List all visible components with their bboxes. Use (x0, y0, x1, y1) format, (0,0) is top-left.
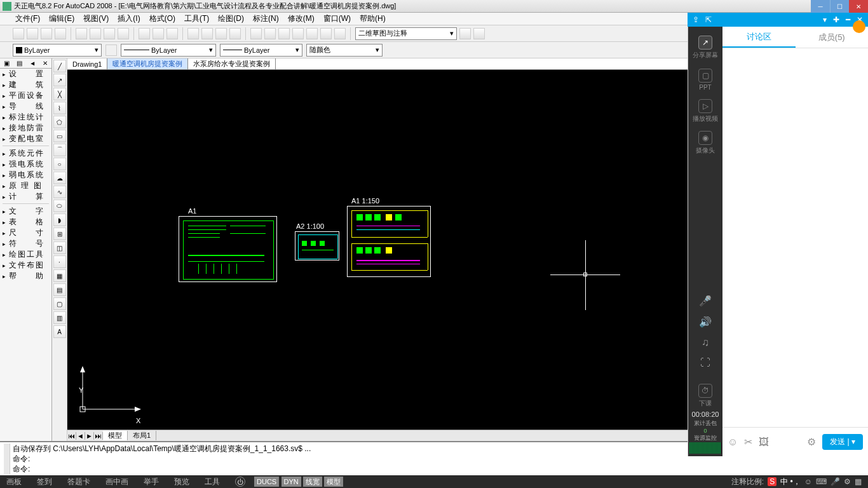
linetype-combo[interactable]: ByLayer▾ (121, 44, 216, 57)
collapse-icon[interactable]: ◄ (29, 60, 36, 67)
redo-icon[interactable] (153, 28, 164, 39)
image-icon[interactable]: 🖼 (759, 437, 769, 448)
copy-icon[interactable] (90, 28, 101, 39)
share-screen-button[interactable]: ↗分享屏幕 (693, 34, 718, 61)
sidebar-item[interactable]: ▸导 线 (0, 101, 51, 112)
sidebar-item[interactable]: ▸表 格 (0, 217, 51, 227)
sidebar-item[interactable]: ▸接地防雷 (0, 123, 51, 133)
gear-icon[interactable]: ⚙ (807, 436, 816, 448)
menu-window[interactable]: 窗口(W) (323, 13, 351, 24)
menu-view[interactable]: 视图(V) (83, 13, 109, 24)
fullscreen-icon[interactable]: ⛶ (700, 357, 710, 369)
send-button[interactable]: 发送 | ▾ (822, 434, 863, 450)
sidebar-item[interactable]: ▸绘图工具 (0, 249, 51, 260)
arc-icon[interactable]: ⌒ (53, 144, 66, 156)
sheetset-icon[interactable] (292, 28, 304, 39)
lineweight-combo[interactable]: ByLayer▾ (220, 44, 302, 57)
menu-icon[interactable]: ▤ (17, 60, 22, 67)
model-toggle[interactable]: 模型 (324, 477, 343, 487)
new-icon[interactable] (13, 28, 24, 39)
polygon-icon[interactable]: ⬠ (53, 116, 66, 128)
ime-icon[interactable]: S (768, 477, 776, 486)
ray-icon[interactable]: ↗ (53, 74, 66, 86)
markup-icon[interactable] (306, 28, 318, 39)
designctr-icon[interactable] (264, 28, 276, 39)
sidebar-item[interactable]: ▸尺 寸 (0, 227, 51, 238)
inner-close-button[interactable]: ✕ (849, 0, 868, 13)
sidebar-item[interactable]: ▸文件布图 (0, 260, 51, 271)
tray-smiley-icon[interactable]: ☺ (804, 477, 812, 486)
file-tab-drawing1[interactable]: Drawing1 (67, 58, 107, 69)
tab-prev-icon[interactable]: ◄ (76, 432, 85, 440)
file-tab-hvac[interactable]: 暖通空调机房提资案例 (107, 58, 188, 69)
end-class-button[interactable]: ⏱下课 (693, 383, 718, 409)
insert-icon[interactable]: ⊞ (53, 227, 66, 240)
workspace-combo[interactable]: 二维草图与注释▾ (355, 27, 457, 40)
layout-tab-layout1[interactable]: 布局1 (128, 431, 156, 440)
match-icon[interactable] (118, 28, 129, 39)
tab-last-icon[interactable]: ⏭ (94, 432, 103, 440)
circle-icon[interactable]: ○ (53, 158, 66, 170)
ppt-button[interactable]: ▢PPT (693, 66, 718, 93)
sidebar-item[interactable]: ▸弱电系统 (0, 170, 51, 180)
power-icon[interactable]: ⏻ (235, 477, 245, 487)
plotstyle-combo[interactable]: 随颜色▾ (306, 44, 383, 57)
raisehand-button[interactable]: 举手 (144, 477, 159, 487)
toolpal-icon[interactable] (278, 28, 290, 39)
sidebar-item[interactable]: ▸原 理 图 (0, 180, 51, 191)
pin-icon[interactable]: ▣ (4, 60, 10, 67)
dyn-toggle[interactable]: DYN (281, 477, 301, 487)
zoom-rt-icon[interactable] (201, 28, 213, 39)
signin-button[interactable]: 签到 (37, 477, 52, 487)
minimize-panel-icon[interactable]: ━ (846, 15, 850, 24)
sidebar-item[interactable]: ▸建 筑 (0, 79, 51, 90)
line-icon[interactable]: ╱ (53, 60, 66, 72)
props-icon[interactable] (250, 28, 262, 39)
zoom-prev-icon[interactable] (229, 28, 241, 39)
mic-icon[interactable]: 🎤 (699, 295, 712, 307)
sidebar-item[interactable]: ▸变配电室 (0, 133, 51, 144)
scissors-icon[interactable]: ✂ (744, 436, 752, 448)
print-icon[interactable] (55, 28, 66, 39)
layer-icon[interactable] (105, 44, 117, 56)
block-icon[interactable]: ◫ (53, 241, 66, 254)
sidebar-item[interactable]: ▸计 算 (0, 191, 51, 202)
menu-help[interactable]: 帮助(H) (360, 13, 386, 24)
tools-button[interactable]: 工具 (205, 477, 220, 487)
file-tab-pump[interactable]: 水泵房给水专业提资案例 (188, 58, 276, 69)
lwt-toggle[interactable]: 线宽 (303, 477, 322, 487)
ellipse-icon[interactable]: ⬭ (53, 200, 66, 212)
upload-icon[interactable]: ⇪ (693, 15, 699, 24)
menu-modify[interactable]: 修改(M) (288, 13, 315, 24)
calc-icon[interactable] (320, 28, 332, 39)
board-button[interactable]: 画板 (6, 477, 22, 487)
menu-draw[interactable]: 绘图(D) (218, 13, 244, 24)
ducs-toggle[interactable]: DUCS (254, 477, 279, 487)
ellipsearc-icon[interactable]: ◗ (53, 214, 66, 226)
chat-body[interactable] (722, 48, 868, 427)
pip-button[interactable]: 画中画 (105, 477, 128, 487)
help-icon[interactable] (334, 28, 346, 39)
pline-icon[interactable]: ⌇ (53, 102, 66, 114)
paste-icon[interactable] (104, 28, 115, 39)
cut-icon[interactable] (76, 28, 87, 39)
rectangle-icon[interactable]: ▭ (53, 130, 66, 142)
xline-icon[interactable]: ╳ (53, 88, 66, 100)
pin-icon[interactable]: ✚ (833, 15, 839, 24)
gradient-icon[interactable]: ▤ (53, 283, 66, 296)
ws-lock-icon[interactable] (473, 28, 485, 39)
mtext-icon[interactable]: A (53, 325, 66, 338)
revcloud-icon[interactable]: ☁ (53, 172, 66, 184)
ws-settings-icon[interactable] (459, 28, 471, 39)
answer-button[interactable]: 答题卡 (67, 477, 90, 487)
sidebar-item[interactable]: ▸标注统计 (0, 112, 51, 123)
tab-discussion[interactable]: 讨论区 (722, 27, 796, 48)
zoom-win-icon[interactable] (215, 28, 227, 39)
tab-first-icon[interactable]: ⏮ (67, 432, 76, 440)
close-panel-icon[interactable]: ✕ (43, 60, 48, 67)
sidebar-item[interactable]: ▸强电系统 (0, 159, 51, 170)
layout-tab-model[interactable]: 模型 (103, 431, 128, 440)
hatch-icon[interactable]: ▦ (53, 269, 66, 282)
share-icon[interactable]: ⇱ (705, 15, 712, 24)
sidebar-item[interactable]: ▸符 号 (0, 238, 51, 249)
